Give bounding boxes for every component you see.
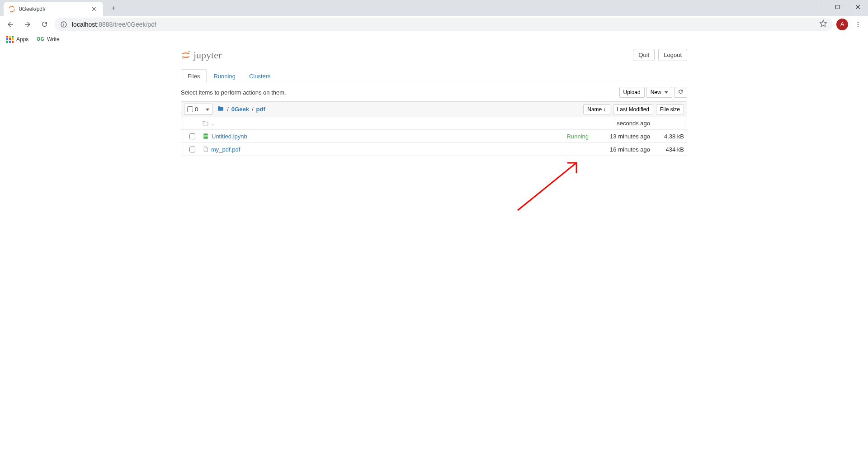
select-hint: Select items to perform actions on them.	[181, 89, 286, 96]
close-window-button[interactable]	[848, 0, 868, 14]
jupyter-logo-icon	[181, 50, 191, 60]
refresh-button[interactable]	[674, 87, 687, 98]
jupyter-logo[interactable]: jupyter	[181, 49, 222, 61]
tab-clusters[interactable]: Clusters	[242, 69, 278, 83]
file-size: 434 kB	[650, 146, 684, 153]
tab-title: 0Geek/pdf/	[19, 6, 90, 12]
breadcrumb: / 0Geek / pdf	[217, 105, 265, 113]
jupyter-header: jupyter Quit Logout	[0, 46, 868, 64]
svg-rect-13	[203, 133, 208, 139]
breadcrumb-0geek[interactable]: 0Geek	[231, 106, 249, 113]
svg-point-10	[858, 26, 859, 27]
url-text: localhost:8888/tree/0Geek/pdf	[72, 21, 156, 28]
breadcrumb-home-icon[interactable]	[217, 105, 224, 113]
notebook-toolbar: Select items to perform actions on them.…	[181, 83, 687, 101]
logout-button[interactable]: Logout	[658, 49, 687, 61]
svg-rect-15	[203, 137, 208, 137]
browser-tab[interactable]: 0Geek/pdf/ ✕	[4, 2, 103, 16]
browser-menu-icon[interactable]	[852, 18, 864, 31]
apps-grid-icon	[6, 36, 14, 43]
svg-point-0	[9, 6, 14, 12]
jupyter-favicon	[8, 5, 15, 13]
tab-running[interactable]: Running	[207, 69, 242, 83]
file-icon	[203, 146, 208, 153]
minimize-button[interactable]	[807, 0, 827, 14]
new-tab-button[interactable]: +	[108, 1, 118, 15]
file-name[interactable]: Untitled.ipynb	[212, 133, 247, 140]
window-controls	[807, 0, 868, 14]
sort-modified-button[interactable]: Last Modified	[613, 104, 653, 114]
upload-button[interactable]: Upload	[619, 87, 645, 98]
svg-rect-2	[836, 5, 840, 9]
svg-point-12	[182, 58, 183, 59]
sort-name-button[interactable]: Name ↓	[583, 104, 610, 114]
svg-point-9	[858, 24, 859, 24]
modified-time: 13 minutes ago	[591, 133, 650, 140]
svg-point-8	[858, 22, 859, 23]
notebook-tabs: Files Running Clusters	[181, 69, 687, 83]
forward-button[interactable]	[21, 18, 34, 31]
svg-point-11	[189, 51, 190, 52]
breadcrumb-pdf[interactable]: pdf	[256, 106, 265, 113]
running-status: Running	[567, 133, 589, 140]
file-row-untitled: Untitled.ipynb Running 13 minutes ago 4.…	[181, 130, 687, 143]
close-tab-icon[interactable]: ✕	[90, 5, 99, 13]
row-checkbox[interactable]	[189, 133, 195, 139]
bookmarks-bar: Apps OG Write	[0, 33, 868, 46]
quit-button[interactable]: Quit	[633, 49, 655, 61]
selected-count: 0	[195, 106, 198, 113]
file-row-mypdf: my_pdf.pdf 16 minutes ago 434 kB	[181, 143, 687, 156]
sort-size-button[interactable]: File size	[656, 104, 684, 114]
select-dropdown[interactable]	[201, 104, 212, 114]
url-bar[interactable]: localhost:8888/tree/0Geek/pdf	[55, 18, 833, 31]
back-button[interactable]	[4, 18, 17, 31]
svg-rect-14	[203, 135, 208, 136]
svg-point-7	[63, 23, 64, 24]
new-button[interactable]: New	[646, 87, 672, 98]
modified-time: seconds ago	[591, 120, 650, 127]
apps-bookmark[interactable]: Apps	[6, 36, 28, 43]
notebook-icon	[203, 133, 209, 140]
file-size: 4.38 kB	[650, 133, 684, 140]
file-list-header: 0 / 0Geek / pdf Name ↓ Last Modified Fil…	[181, 101, 687, 117]
caret-down-icon	[663, 89, 668, 95]
tab-files[interactable]: Files	[181, 69, 207, 83]
browser-titlebar: 0Geek/pdf/ ✕ +	[0, 0, 868, 16]
select-all-group[interactable]: 0	[184, 104, 212, 115]
modified-time: 16 minutes ago	[591, 146, 650, 153]
folder-icon	[202, 120, 209, 126]
parent-dir-row[interactable]: .. seconds ago	[181, 117, 687, 130]
select-all-checkbox[interactable]	[187, 106, 193, 112]
maximize-button[interactable]	[827, 0, 848, 14]
write-bookmark[interactable]: OG Write	[37, 36, 59, 43]
row-checkbox[interactable]	[189, 147, 195, 152]
bookmark-star-icon[interactable]	[819, 19, 827, 29]
arrow-down-icon: ↓	[604, 106, 606, 113]
reload-button[interactable]	[38, 18, 51, 31]
browser-toolbar: localhost:8888/tree/0Geek/pdf A	[0, 16, 868, 33]
user-avatar[interactable]: A	[836, 19, 848, 30]
file-list: .. seconds ago Untitled.ipynb Running 13…	[181, 117, 687, 156]
file-name[interactable]: my_pdf.pdf	[211, 146, 240, 153]
gfg-icon: OG	[37, 37, 44, 42]
site-info-icon[interactable]	[60, 21, 67, 28]
